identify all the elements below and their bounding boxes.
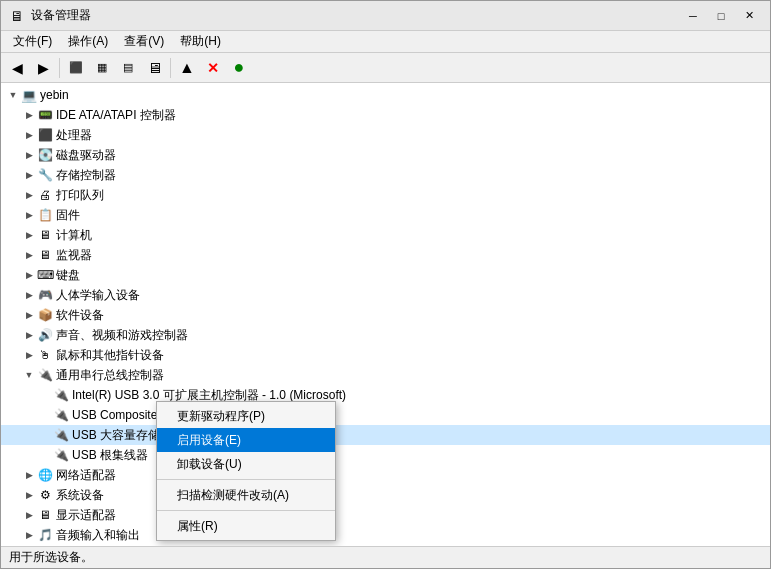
tree-item-firmware[interactable]: ▶ 📋 固件 (1, 205, 770, 225)
ctx-update-driver[interactable]: 更新驱动程序(P) (157, 404, 335, 428)
device-tree[interactable]: ▼ 💻 yebin ▶ 📟 IDE ATA/ATAPI 控制器 ▶ ⬛ 处理器 … (1, 83, 770, 546)
ctx-scan-hardware[interactable]: 扫描检测硬件改动(A) (157, 483, 335, 507)
display-expander: ▶ (21, 507, 37, 523)
tree-root[interactable]: ▼ 💻 yebin (1, 85, 770, 105)
toolbar-sep-2 (170, 58, 171, 78)
sound-expander: ▶ (21, 327, 37, 343)
audio-icon: 🎵 (37, 527, 53, 543)
tree-item-monitor[interactable]: ▶ 🖥 监视器 (1, 245, 770, 265)
storage-icon: 🔧 (37, 167, 53, 183)
toolbar-btn-3[interactable]: ▤ (116, 56, 140, 80)
intel-usb-icon: 🔌 (53, 387, 69, 403)
software-expander: ▶ (21, 307, 37, 323)
print-label: 打印队列 (56, 187, 104, 204)
hid-icon: 🎮 (37, 287, 53, 303)
main-content: ▼ 💻 yebin ▶ 📟 IDE ATA/ATAPI 控制器 ▶ ⬛ 处理器 … (1, 83, 770, 546)
network-expander: ▶ (21, 467, 37, 483)
ide-expander: ▶ (21, 107, 37, 123)
tree-item-disk[interactable]: ▶ 💽 磁盘驱动器 (1, 145, 770, 165)
computer2-icon: 🖥 (37, 227, 53, 243)
hid-expander: ▶ (21, 287, 37, 303)
ide-label: IDE ATA/ATAPI 控制器 (56, 107, 176, 124)
tree-item-display[interactable]: ▶ 🖥 显示适配器 (1, 505, 770, 525)
menu-view[interactable]: 查看(V) (116, 31, 172, 52)
cpu-icon: ⬛ (37, 127, 53, 143)
disk-expander: ▶ (21, 147, 37, 163)
toolbar-btn-1[interactable]: ⬛ (64, 56, 88, 80)
network-icon: 🌐 (37, 467, 53, 483)
keyboard-label: 键盘 (56, 267, 80, 284)
close-button[interactable]: ✕ (736, 6, 762, 26)
mouse-label: 鼠标和其他指针设备 (56, 347, 164, 364)
maximize-button[interactable]: □ (708, 6, 734, 26)
toolbar-btn-monitor[interactable]: 🖥 (142, 56, 166, 80)
root-label: yebin (40, 88, 69, 102)
usb-composite-icon: 🔌 (53, 407, 69, 423)
tree-item-storage[interactable]: ▶ 🔧 存储控制器 (1, 165, 770, 185)
tree-item-software[interactable]: ▶ 📦 软件设备 (1, 305, 770, 325)
tree-item-mouse[interactable]: ▶ 🖱 鼠标和其他指针设备 (1, 345, 770, 365)
tree-item-intel-usb[interactable]: ▶ 🔌 Intel(R) USB 3.0 可扩展主机控制器 - 1.0 (Mic… (1, 385, 770, 405)
tree-item-usb-hub[interactable]: ▼ 🔌 通用串行总线控制器 (1, 365, 770, 385)
forward-button[interactable]: ▶ (31, 56, 55, 80)
tree-item-system[interactable]: ▶ ⚙ 系统设备 (1, 485, 770, 505)
storage-expander: ▶ (21, 167, 37, 183)
tree-item-hid[interactable]: ▶ 🎮 人体学输入设备 (1, 285, 770, 305)
ctx-properties[interactable]: 属性(R) (157, 514, 335, 538)
tree-item-network[interactable]: ▶ 🌐 网络适配器 (1, 465, 770, 485)
tree-item-print[interactable]: ▶ 🖨 打印队列 (1, 185, 770, 205)
title-bar: 🖥 设备管理器 ─ □ ✕ (1, 1, 770, 31)
usb-hub-label: 通用串行总线控制器 (56, 367, 164, 384)
monitor-label: 监视器 (56, 247, 92, 264)
sound-icon: 🔊 (37, 327, 53, 343)
menu-action[interactable]: 操作(A) (60, 31, 116, 52)
ctx-sep-1 (157, 479, 335, 480)
computer2-label: 计算机 (56, 227, 92, 244)
print-expander: ▶ (21, 187, 37, 203)
tree-item-keyboard[interactable]: ▶ ⌨ 键盘 (1, 265, 770, 285)
usb-hub-expander: ▼ (21, 367, 37, 383)
ctx-enable-device[interactable]: 启用设备(E) (157, 428, 335, 452)
tree-item-usb-mass[interactable]: ▶ 🔌 USB 大容量存储设备 (1, 425, 770, 445)
toolbar-btn-up[interactable]: ▲ (175, 56, 199, 80)
tree-item-audio[interactable]: ▶ 🎵 音频输入和输出 (1, 525, 770, 545)
tree-item-sound[interactable]: ▶ 🔊 声音、视频和游戏控制器 (1, 325, 770, 345)
minimize-button[interactable]: ─ (680, 6, 706, 26)
usb-root-label: USB 根集线器 (72, 447, 148, 464)
tree-item-usb-composite[interactable]: ▶ 🔌 USB Composite Device (1, 405, 770, 425)
back-button[interactable]: ◀ (5, 56, 29, 80)
tree-item-computer[interactable]: ▶ 🖥 计算机 (1, 225, 770, 245)
menu-bar: 文件(F) 操作(A) 查看(V) 帮助(H) (1, 31, 770, 53)
context-menu: 更新驱动程序(P) 启用设备(E) 卸载设备(U) 扫描检测硬件改动(A) 属性… (156, 401, 336, 541)
toolbar-btn-2[interactable]: ▦ (90, 56, 114, 80)
usb-mass-icon: 🔌 (53, 427, 69, 443)
print-icon: 🖨 (37, 187, 53, 203)
toolbar: ◀ ▶ ⬛ ▦ ▤ 🖥 ▲ ✕ ● (1, 53, 770, 83)
tree-item-usb-root[interactable]: ▶ 🔌 USB 根集线器 (1, 445, 770, 465)
menu-file[interactable]: 文件(F) (5, 31, 60, 52)
window-title: 设备管理器 (31, 7, 91, 24)
monitor-expander: ▶ (21, 247, 37, 263)
cpu-label: 处理器 (56, 127, 92, 144)
app-icon: 🖥 (9, 8, 25, 24)
hid-label: 人体学输入设备 (56, 287, 140, 304)
usb-root-icon: 🔌 (53, 447, 69, 463)
ctx-uninstall-device[interactable]: 卸载设备(U) (157, 452, 335, 476)
ctx-sep-2 (157, 510, 335, 511)
audio-label: 音频输入和输出 (56, 527, 140, 544)
remove-button[interactable]: ✕ (201, 56, 225, 80)
menu-help[interactable]: 帮助(H) (172, 31, 229, 52)
device-manager-window: 🖥 设备管理器 ─ □ ✕ 文件(F) 操作(A) 查看(V) 帮助(H) ◀ … (0, 0, 771, 569)
audio-expander: ▶ (21, 527, 37, 543)
keyboard-expander: ▶ (21, 267, 37, 283)
add-button[interactable]: ● (227, 56, 251, 80)
firmware-label: 固件 (56, 207, 80, 224)
usb-hub-icon: 🔌 (37, 367, 53, 383)
software-label: 软件设备 (56, 307, 104, 324)
status-text: 用于所选设备。 (9, 549, 93, 566)
display-label: 显示适配器 (56, 507, 116, 524)
tree-item-ide[interactable]: ▶ 📟 IDE ATA/ATAPI 控制器 (1, 105, 770, 125)
tree-item-cpu[interactable]: ▶ ⬛ 处理器 (1, 125, 770, 145)
network-label: 网络适配器 (56, 467, 116, 484)
system-icon: ⚙ (37, 487, 53, 503)
